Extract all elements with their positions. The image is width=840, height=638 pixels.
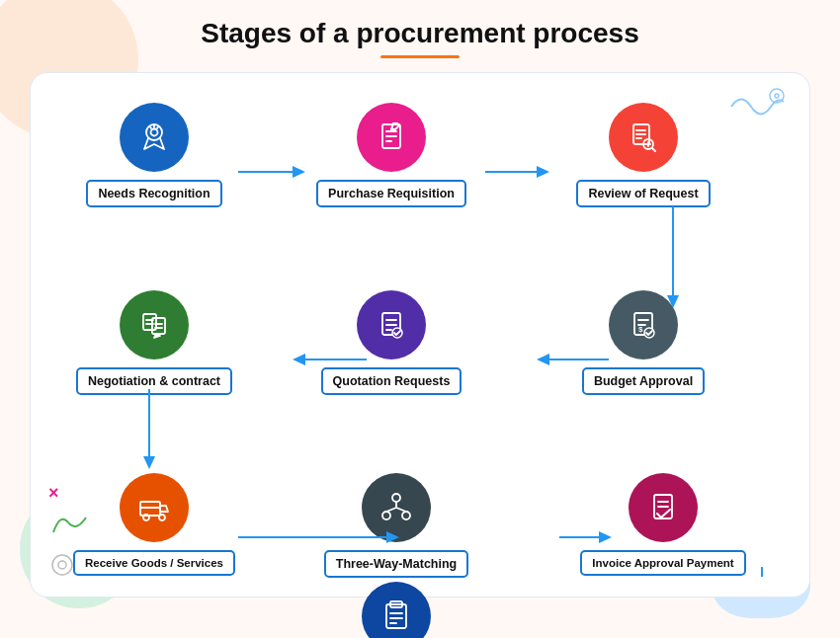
stage-quotation-requests: Quotation Requests [307,290,475,395]
purchase-requisition-icon [357,103,426,172]
budget-approval-icon: $ [609,290,678,359]
needs-recognition-icon [120,103,189,172]
diagram-container: Needs Recognition Purchase Requisition [30,72,810,598]
svg-point-57 [159,515,165,520]
stage-purchase-requisition: Purchase Requisition [307,103,475,207]
svg-point-59 [392,494,400,502]
invoice-approval-label: Invoice Approval Payment [580,550,745,576]
page-title: Stages of a procurement process [201,18,638,49]
svg-marker-9 [537,354,549,365]
stage-review-of-request: Review of Request [554,103,732,207]
receive-goods-icon [120,473,189,542]
svg-point-73 [52,555,72,575]
svg-marker-13 [143,456,155,469]
quotation-icon [357,290,426,359]
stage-invoice-approval: Invoice Approval Payment [564,473,762,576]
review-of-request-icon [609,103,678,172]
svg-line-25 [157,127,158,129]
needs-recognition-label: Needs Recognition [86,180,221,207]
budget-approval-label: Budget Approval [582,367,705,395]
svg-point-60 [382,512,390,519]
svg-line-63 [386,508,396,512]
svg-point-22 [151,129,158,136]
stage-record-keeping: Record Keeping [307,582,485,638]
svg-line-36 [652,148,655,151]
stage-needs-recognition: Needs Recognition [70,103,238,207]
svg-rect-55 [140,502,160,516]
svg-rect-40 [152,318,165,334]
stage-budget-approval: $ Budget Approval [554,290,732,395]
svg-marker-5 [537,166,549,178]
svg-marker-3 [293,166,305,178]
stage-three-way-matching: Three-Way-Matching [307,473,485,578]
quotation-requests-label: Quotation Requests [321,367,462,395]
svg-point-61 [402,512,410,519]
three-way-matching-label: Three-Way-Matching [324,550,468,578]
review-of-request-label: Review of Request [576,180,710,207]
deco-bottomleft: × [48,483,98,579]
diagram-area: Needs Recognition Purchase Requisition [60,93,782,577]
negotiation-icon [120,290,189,359]
svg-rect-39 [143,314,156,330]
svg-line-24 [150,127,151,129]
svg-marker-11 [293,354,305,365]
stage-negotiation-contract: Negotiation & contract [70,290,238,395]
negotiation-contract-label: Negotiation & contract [76,367,232,395]
three-way-matching-icon [362,473,431,542]
purchase-requisition-label: Purchase Requisition [316,180,466,207]
invoice-approval-icon [629,473,698,542]
svg-line-64 [396,508,406,512]
svg-point-74 [58,561,66,569]
title-underline [380,55,460,58]
svg-text:$: $ [638,325,643,334]
record-keeping-icon [362,582,431,638]
